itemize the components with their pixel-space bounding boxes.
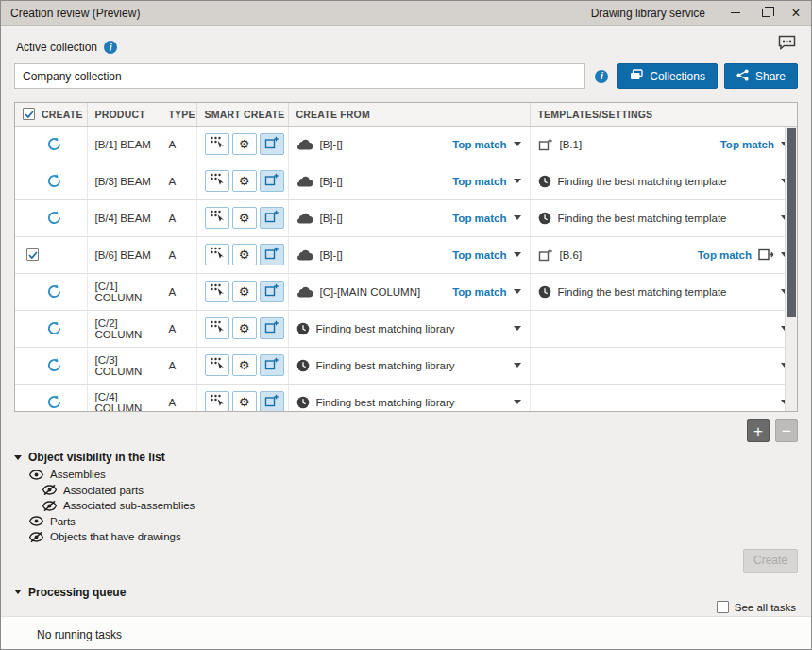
refresh-icon[interactable]: [47, 395, 61, 409]
refresh-icon[interactable]: [47, 321, 61, 335]
smart-create-button[interactable]: [205, 281, 229, 302]
smart-create-settings-button[interactable]: ⚙: [232, 170, 257, 192]
create-from-dropdown-icon[interactable]: [514, 142, 521, 146]
refresh-icon[interactable]: [47, 211, 61, 225]
close-icon: ×: [791, 6, 800, 21]
create-template-button[interactable]: [260, 170, 284, 192]
smart-create-settings-button[interactable]: ⚙: [232, 133, 257, 155]
create-template-button[interactable]: [260, 207, 284, 229]
type-label: A: [169, 286, 177, 298]
create-template-button[interactable]: [260, 354, 284, 376]
smart-create-settings-button[interactable]: ⚙: [232, 207, 257, 229]
smart-create-button[interactable]: [205, 170, 229, 192]
table-row[interactable]: [C/2] COLUMN A ⚙: [15, 310, 797, 347]
create-template-icon: [264, 283, 279, 299]
smart-create-settings-button[interactable]: ⚙: [232, 244, 257, 265]
create-from-dropdown-icon[interactable]: [514, 179, 521, 183]
collapse-triangle-icon: [14, 590, 22, 594]
visibility-item[interactable]: Parts: [29, 514, 811, 530]
create-template-button[interactable]: [260, 281, 284, 302]
smart-create-settings-button[interactable]: ⚙: [232, 391, 257, 412]
create-from-dropdown-icon[interactable]: [514, 289, 521, 294]
collections-button[interactable]: Collections: [617, 63, 718, 89]
table-header-row: CREATE PRODUCT TYPE SMART CREATE CREATE …: [15, 103, 797, 126]
share-button[interactable]: Share: [724, 63, 798, 89]
template-top-match: Top match: [720, 139, 774, 150]
create-template-button[interactable]: [260, 391, 284, 412]
product-label: [B/4] BEAM: [95, 213, 151, 224]
table-row[interactable]: [B/4] BEAM A ⚙: [15, 199, 797, 236]
active-collection-label: Active collection: [16, 41, 97, 54]
visibility-item[interactable]: Assemblies: [29, 467, 811, 483]
feedback-icon[interactable]: [778, 35, 796, 54]
settings-gear-icon: ⚙: [239, 248, 250, 261]
template-text: [B.6]: [560, 249, 583, 261]
smart-create-button[interactable]: [205, 354, 229, 376]
close-button[interactable]: ×: [781, 1, 811, 25]
smart-create-button[interactable]: [205, 391, 229, 412]
see-all-tasks-checkbox[interactable]: [717, 601, 729, 613]
create-button[interactable]: Create: [743, 549, 798, 573]
collection-info-icon[interactable]: i: [595, 70, 608, 83]
column-header-product: PRODUCT: [87, 103, 161, 126]
smart-create-settings-button[interactable]: ⚙: [232, 354, 257, 376]
column-header-create-from: CREATE FROM: [288, 103, 530, 126]
eye-icon[interactable]: [29, 516, 43, 526]
remove-row-button[interactable]: −: [775, 419, 798, 442]
smart-create-button[interactable]: [205, 207, 229, 229]
create-template-icon: [264, 173, 279, 189]
smart-create-settings-button[interactable]: ⚙: [232, 281, 257, 302]
table-row[interactable]: [C/3] COLUMN A ⚙: [15, 347, 797, 384]
collection-name-input[interactable]: [14, 63, 585, 89]
refresh-icon[interactable]: [47, 358, 61, 372]
scrollbar-thumb[interactable]: [787, 128, 796, 317]
cloud-icon: [296, 285, 313, 298]
eye-icon[interactable]: [29, 470, 43, 480]
row-checkbox[interactable]: [26, 248, 39, 261]
table-row[interactable]: [B/3] BEAM A ⚙: [15, 162, 797, 199]
create-from-dropdown-icon[interactable]: [514, 363, 521, 368]
smart-create-settings-button[interactable]: ⚙: [232, 317, 257, 339]
open-drawing-icon[interactable]: [758, 248, 774, 261]
create-from-dropdown-icon[interactable]: [514, 326, 521, 331]
queue-empty-message: No running tasks: [37, 628, 122, 641]
minimize-button[interactable]: [720, 1, 751, 25]
template-pending-icon: [538, 212, 551, 225]
visibility-section-header[interactable]: Object visibility in the list: [14, 451, 798, 464]
table-row[interactable]: [C/4] COLUMN A ⚙: [15, 384, 797, 412]
create-template-button[interactable]: [260, 317, 284, 339]
create-from-dropdown-icon[interactable]: [514, 215, 521, 220]
create-template-icon: [264, 247, 279, 263]
select-all-checkbox[interactable]: [23, 108, 35, 120]
template-text: Finding the best matching template: [558, 176, 727, 187]
create-template-icon: [264, 136, 279, 152]
create-from-dropdown-icon[interactable]: [514, 400, 521, 404]
create-template-button[interactable]: [260, 244, 284, 265]
create-template-icon: [264, 394, 279, 410]
visibility-item[interactable]: Associated parts: [42, 483, 811, 499]
info-icon[interactable]: i: [104, 41, 117, 54]
smart-create-button[interactable]: [205, 244, 229, 265]
visibility-item[interactable]: Objects that have drawings: [29, 529, 811, 545]
eye-off-icon[interactable]: [29, 532, 43, 542]
visibility-item[interactable]: Associated sub-assemblies: [42, 498, 811, 514]
eye-off-icon[interactable]: [42, 485, 57, 495]
create-from-dropdown-icon[interactable]: [514, 252, 521, 257]
table-row[interactable]: [B/6] BEAM A ⚙: [15, 236, 797, 273]
eye-off-icon[interactable]: [42, 501, 57, 511]
create-template-button[interactable]: [260, 133, 284, 155]
table-row[interactable]: [C/1] COLUMN A ⚙: [15, 273, 797, 310]
smart-create-button[interactable]: [205, 133, 229, 155]
refresh-icon[interactable]: [47, 174, 61, 188]
table-row[interactable]: [B/1] BEAM A ⚙: [15, 126, 797, 162]
maximize-button[interactable]: [751, 1, 781, 25]
add-row-button[interactable]: +: [747, 419, 770, 442]
refresh-icon[interactable]: [47, 137, 61, 151]
processing-queue-header[interactable]: Processing queue: [14, 586, 798, 599]
service-name: Drawing library service: [591, 7, 705, 20]
table-scrollbar[interactable]: [785, 127, 797, 411]
creation-review-window: Creation review (Preview) Drawing librar…: [0, 0, 812, 650]
refresh-icon[interactable]: [47, 284, 61, 299]
smart-create-icon: [210, 173, 224, 189]
smart-create-button[interactable]: [205, 317, 229, 339]
